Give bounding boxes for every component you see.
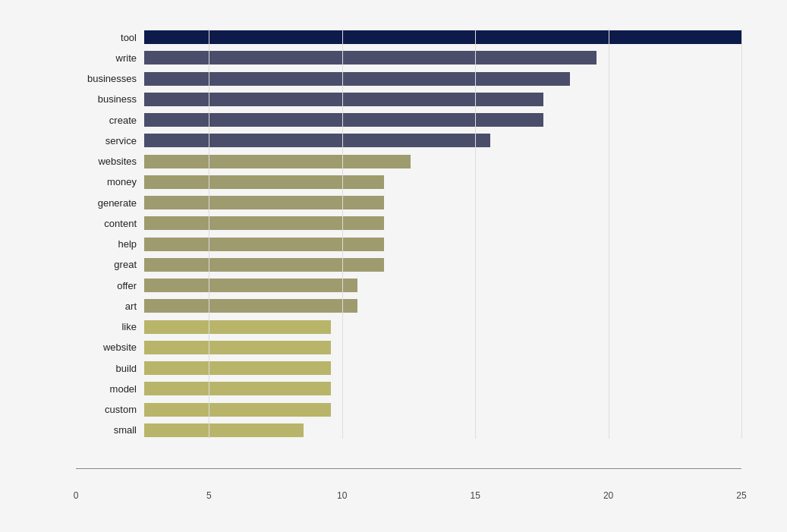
bar-rect: [144, 279, 357, 292]
bar-row: offer: [76, 277, 741, 294]
bar-rect: [144, 134, 490, 147]
x-tick-label: 15: [471, 490, 480, 501]
bar-label: build: [76, 363, 144, 374]
bar-row: art: [76, 297, 741, 314]
bar-rect: [144, 93, 543, 106]
chart-area: toolwritebusinessesbusinesscreateservice…: [76, 29, 741, 469]
bar-label: like: [76, 321, 144, 332]
bar-label: create: [76, 115, 144, 126]
bar-rect: [144, 238, 384, 251]
bar-label: art: [76, 301, 144, 312]
bar-rect: [144, 196, 384, 209]
x-tick-label: 20: [603, 490, 613, 501]
chart-container: toolwritebusinessesbusinesscreateservice…: [0, 0, 787, 532]
bar-row: small: [76, 422, 741, 439]
x-tick-label: 25: [736, 490, 746, 501]
bar-label: businesses: [76, 73, 144, 84]
x-tick-label: 0: [74, 490, 79, 501]
gridline: [741, 29, 742, 439]
bar-row: model: [76, 380, 741, 397]
bar-label: websites: [76, 156, 144, 167]
bar-label: small: [76, 424, 144, 436]
bar-rect: [144, 216, 384, 230]
bar-label: write: [76, 52, 144, 64]
bar-row: great: [76, 257, 741, 273]
bar-row: write: [76, 49, 741, 66]
bar-rect: [144, 113, 543, 127]
bar-row: build: [76, 360, 741, 376]
bar-rect: [144, 299, 357, 313]
bar-rect: [144, 155, 411, 168]
bar-rect: [144, 175, 384, 189]
bars-wrapper: toolwritebusinessesbusinesscreateservice…: [76, 29, 741, 439]
bar-row: custom: [76, 401, 741, 418]
bar-rect: [144, 30, 741, 44]
bar-row: generate: [76, 194, 741, 211]
bar-row: business: [76, 91, 741, 108]
x-tick-label: 5: [206, 490, 212, 501]
bar-rect: [144, 258, 384, 272]
bar-row: tool: [76, 29, 741, 46]
bar-row: help: [76, 236, 741, 253]
bar-label: great: [76, 259, 144, 270]
x-tick-label: 10: [337, 490, 347, 501]
bar-rect: [144, 382, 331, 395]
bar-rect: [144, 361, 331, 375]
bar-row: create: [76, 112, 741, 128]
bar-label: tool: [76, 32, 144, 43]
bar-label: business: [76, 93, 144, 105]
bar-row: content: [76, 215, 741, 231]
x-axis-line: [76, 468, 741, 469]
bar-row: money: [76, 174, 741, 190]
bar-rect: [144, 423, 304, 437]
bar-rect: [144, 72, 570, 86]
bar-row: websites: [76, 153, 741, 170]
bar-rect: [144, 341, 331, 354]
bar-row: like: [76, 319, 741, 335]
bar-row: businesses: [76, 71, 741, 87]
bar-label: service: [76, 135, 144, 146]
bar-label: offer: [76, 280, 144, 291]
bar-row: website: [76, 339, 741, 356]
bar-label: content: [76, 218, 144, 229]
bar-rect: [144, 320, 331, 334]
bar-label: money: [76, 176, 144, 187]
bar-label: custom: [76, 404, 144, 415]
bar-row: service: [76, 132, 741, 149]
bar-rect: [144, 51, 597, 65]
bar-label: website: [76, 342, 144, 353]
bar-label: help: [76, 238, 144, 250]
bar-rect: [144, 403, 331, 417]
bar-label: model: [76, 383, 144, 395]
bar-label: generate: [76, 197, 144, 209]
